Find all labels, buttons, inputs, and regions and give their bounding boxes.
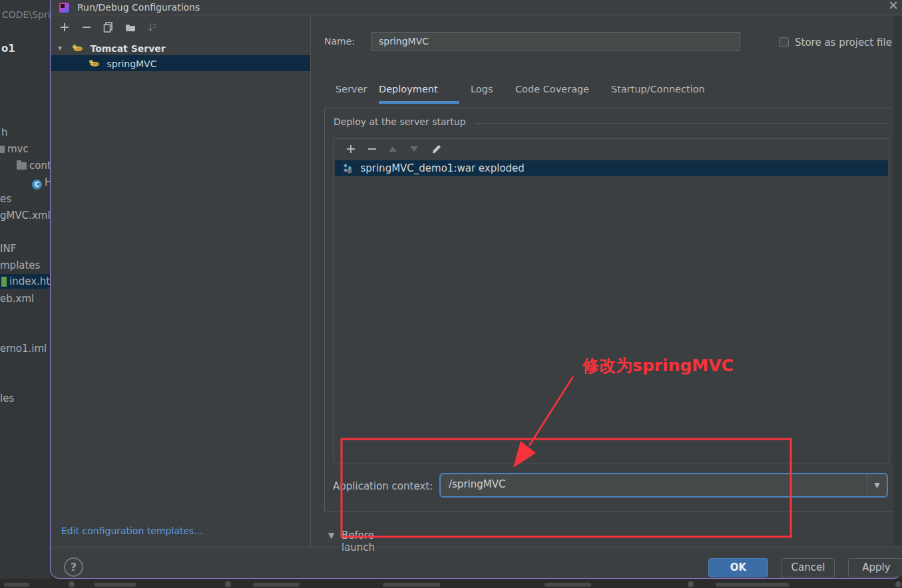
ide-backdrop: CODE\Spri o1 h mvc contro CHe es gMVC.xm… [0,0,51,588]
dialog-footer: ? OK Cancel Apply [51,547,902,579]
store-as-project-file-label: Store as project file [795,37,892,49]
chevron-down-icon[interactable]: ▾ [58,40,62,56]
tree-item[interactable]: eb.xml [0,291,51,306]
new-folder-icon[interactable] [124,21,136,33]
dropdown-arrow-icon[interactable]: ▼ [867,474,887,496]
tree-item[interactable]: emo1.iml [0,341,51,356]
intellij-logo-icon [59,3,69,13]
screen: CODE\Spri o1 h mvc contro CHe es gMVC.xm… [0,0,902,588]
tree-item-selected[interactable]: index.htm [0,274,51,289]
tree-item-label: springMVC [107,59,156,69]
tomcat-icon [72,43,83,52]
name-label: Name: [324,36,355,47]
ide-bottom-strip [0,579,902,588]
help-button[interactable]: ? [64,557,83,577]
run-debug-configurations-dialog: Run/Debug Configurations × ▾ Tomcat Serv… [50,0,902,579]
tree-item[interactable]: es [0,192,51,206]
tree-item-springmvc[interactable]: springMVC [51,55,310,71]
tab-logs[interactable]: Logs [471,84,493,94]
application-context-label: Application context: [333,480,433,492]
scrollbar-track[interactable] [893,16,902,545]
ok-button[interactable]: OK [708,558,768,577]
move-up-icon[interactable] [387,143,399,155]
expand-arrow-icon[interactable]: ▼ [328,531,334,540]
add-artifact-icon[interactable] [345,143,357,155]
copy-configuration-icon[interactable] [103,21,114,33]
window-path-text: CODE\Spri [2,9,51,20]
artifact-toolbar [334,139,889,159]
move-down-icon[interactable] [408,143,420,155]
deployment-group: Deploy at the server startup springMVC_d… [324,108,895,512]
tree-item[interactable]: gMVC.xml [0,208,51,223]
tree-item[interactable]: INF [0,241,51,256]
dialog-title: Run/Debug Configurations [77,2,200,13]
store-as-project-file-checkbox[interactable] [779,37,789,47]
sort-configurations-icon[interactable] [146,21,158,33]
remove-artifact-icon[interactable] [366,143,378,155]
artifact-row-selected[interactable]: springMVC_demo1:war exploded [335,160,888,176]
tab-startup-connection[interactable]: Startup/Connection [611,84,705,94]
application-context-combobox[interactable]: /springMVC ▼ [439,473,888,498]
tab-server[interactable]: Server [336,84,367,94]
tomcat-icon [89,59,100,67]
artifact-icon [341,163,353,174]
configuration-editor: Name: springMVC Store as project file ⚙ … [311,15,902,547]
close-icon[interactable]: × [888,0,899,12]
tab-code-coverage[interactable]: Code Coverage [515,84,589,94]
remove-configuration-icon[interactable] [81,21,93,33]
project-root[interactable]: o1 [1,43,15,55]
edit-configuration-templates-link[interactable]: Edit configuration templates... [61,525,203,536]
html-file-icon [1,277,7,287]
cancel-button[interactable]: Cancel [782,558,835,577]
configurations-panel: ▾ Tomcat Server springMVC Edit configura… [51,16,310,547]
tree-item[interactable]: h [1,125,52,140]
tree-group-tomcat-server[interactable]: ▾ Tomcat Server [51,40,310,56]
apply-button[interactable]: Apply [848,558,902,577]
application-context-value: /springMVC [449,478,505,490]
class-icon: C [32,180,42,190]
group-separator [475,123,887,124]
active-tab-indicator [379,101,459,104]
dialog-titlebar: Run/Debug Configurations × [51,0,902,15]
folder-icon [0,146,5,153]
artifact-label: springMVC_demo1:war exploded [360,162,524,174]
tree-item[interactable]: mvc [0,142,51,156]
tree-group-label: Tomcat Server [90,43,165,54]
artifact-list: springMVC_demo1:war exploded [334,138,889,464]
tree-item[interactable]: les [0,391,51,406]
add-configuration-icon[interactable] [59,21,71,33]
deploy-group-title: Deploy at the server startup [334,116,466,127]
name-input[interactable]: springMVC [371,32,740,51]
folder-icon [17,162,27,170]
tree-item[interactable]: mplates [0,258,51,273]
tab-deployment[interactable]: Deployment [379,84,438,94]
edit-artifact-icon[interactable] [431,143,443,155]
